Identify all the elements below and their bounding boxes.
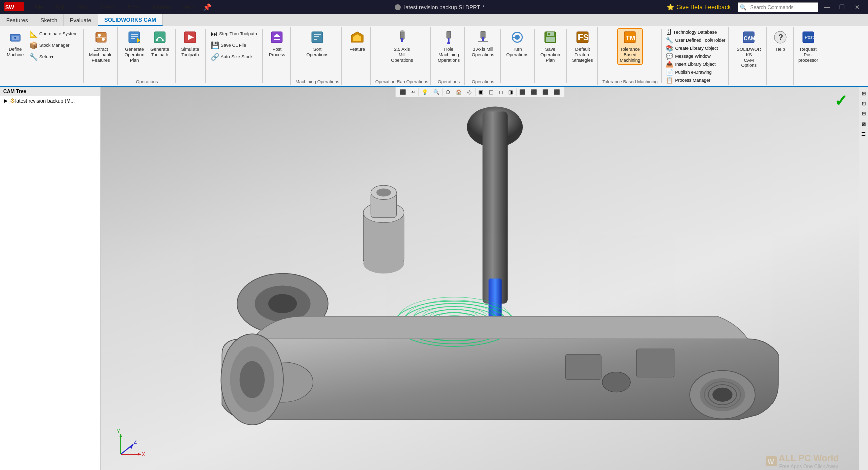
process-manager-button[interactable]: 📋 Process Manager bbox=[665, 76, 726, 84]
solidworks-cam-options-button[interactable]: CAM SOLIDWORKSCAM Options bbox=[733, 28, 764, 70]
sep1 bbox=[83, 29, 84, 83]
auto-size-stock-button[interactable]: 🔗 Auto-Size Stock bbox=[209, 51, 259, 62]
insert-lib-label: Insert Library Object bbox=[675, 62, 716, 67]
generate-toolpath-button[interactable]: GenerateToolpath bbox=[148, 28, 172, 60]
25axis-label: 2.5 AxisMillOperations bbox=[391, 47, 413, 63]
close-button[interactable]: ✕ bbox=[851, 3, 864, 12]
tech-db-icon: 🗄 bbox=[666, 29, 672, 36]
tab-solidworks-cam[interactable]: SOLIDWORKS CAM bbox=[98, 14, 163, 26]
search-input[interactable] bbox=[748, 5, 804, 10]
view-btn-shading1[interactable]: ⬛ bbox=[517, 88, 528, 96]
view-btn-display2[interactable]: ◫ bbox=[486, 88, 496, 96]
menu-insert[interactable]: Insert bbox=[97, 3, 119, 11]
simulate-toolpath-button[interactable]: SimulateToolpath bbox=[179, 28, 202, 60]
view-btn-display1[interactable]: ▣ bbox=[476, 88, 486, 96]
right-bore1 bbox=[602, 372, 630, 392]
save-cl-icon: 💾 bbox=[211, 41, 219, 49]
default-feature-strategies-button[interactable]: FS DefaultFeatureStrategies bbox=[570, 28, 596, 65]
help-button[interactable]: ? Help bbox=[769, 28, 791, 54]
menu-edit[interactable]: Edit bbox=[51, 3, 69, 11]
view-btn-display4[interactable]: ◨ bbox=[506, 88, 515, 96]
svg-marker-77 bbox=[130, 444, 133, 449]
view-btn-zoom[interactable]: 🔍 bbox=[431, 88, 442, 96]
view-btn-shading3[interactable]: ⬛ bbox=[540, 88, 551, 96]
tab-sketch[interactable]: Sketch bbox=[34, 14, 64, 26]
svg-point-5 bbox=[14, 37, 16, 39]
generate-operation-plan-button[interactable]: GenerateOperationPlan bbox=[122, 28, 147, 65]
ribbon-group-cam-options: CAM SOLIDWORKSCAM Options bbox=[731, 27, 767, 85]
2-5-axis-mill-button[interactable]: 2.5 AxisMillOperations bbox=[389, 28, 416, 65]
sidebar-right-btn1[interactable]: ⊞ bbox=[860, 89, 868, 97]
3d-part-visualization bbox=[101, 87, 859, 470]
turn-operations-button[interactable]: TurnOperations bbox=[504, 28, 531, 60]
save-operation-plan-button[interactable]: SaveOperationPlan bbox=[538, 28, 563, 65]
view-btn-rotate[interactable]: ↩ bbox=[409, 88, 418, 96]
tech-db-section: 🗄 Technology Database 🔧 User Defined Too… bbox=[663, 27, 729, 85]
view-btn-orient[interactable]: ◎ bbox=[465, 88, 474, 96]
feature-button[interactable]: Feature bbox=[346, 28, 368, 54]
solidworks-logo: SW bbox=[4, 2, 24, 13]
3-axis-mill-button[interactable]: 3 Axis MillOperations bbox=[469, 28, 497, 60]
green-checkmark[interactable]: ✓ bbox=[834, 91, 848, 110]
maximize-button[interactable]: ❐ bbox=[836, 3, 848, 12]
menu-help[interactable]: Help bbox=[179, 3, 199, 11]
view-btn-shading2[interactable]: ⬛ bbox=[528, 88, 539, 96]
menu-file[interactable]: File bbox=[30, 3, 47, 11]
sep4 bbox=[205, 29, 206, 83]
minimize-button[interactable]: — bbox=[821, 3, 833, 12]
post-process-button[interactable]: PostProcess bbox=[266, 28, 288, 60]
pin-icon[interactable]: 📌 bbox=[203, 3, 211, 11]
machine-buttons: DefineMachine 📐 Coordinate System 📦 Stoc… bbox=[4, 28, 80, 84]
create-library-button[interactable]: 📚 Create Library Object bbox=[665, 44, 726, 52]
insert-library-button[interactable]: 📥 Insert Library Object bbox=[665, 60, 726, 68]
view-btn-shading4[interactable]: ⬛ bbox=[551, 88, 562, 96]
view-btn-perspective[interactable]: ⬛ bbox=[397, 88, 408, 96]
menu-window[interactable]: Window bbox=[148, 3, 175, 11]
menu-view[interactable]: View bbox=[73, 3, 93, 11]
publish-drawing-button[interactable]: 📄 Publish e-Drawing bbox=[665, 68, 726, 76]
view-btn-section[interactable]: ⬡ bbox=[443, 88, 453, 96]
sidebar-right-btn3[interactable]: ⊟ bbox=[860, 109, 868, 118]
beta-feedback[interactable]: ⭐ Give Beta Feedback bbox=[667, 4, 731, 11]
tree-item-icon: ⚙ bbox=[10, 97, 15, 104]
view-btn-light[interactable]: 💡 bbox=[419, 88, 430, 96]
svg-rect-36 bbox=[481, 31, 485, 38]
tab-evaluate[interactable]: Evaluate bbox=[64, 14, 98, 26]
extract-machinable-features-button[interactable]: ExtractMachinableFeatures bbox=[87, 28, 115, 65]
sidebar-right-btn4[interactable]: ⊠ bbox=[860, 120, 868, 128]
view-btn-display3[interactable]: ◻ bbox=[496, 88, 505, 96]
tab-features[interactable]: Features bbox=[0, 14, 34, 26]
sidebar-right-btn5[interactable]: ☰ bbox=[860, 130, 868, 138]
message-window-button[interactable]: 💬 Message Window bbox=[665, 52, 726, 60]
sidebar-right-btn2[interactable]: ⊡ bbox=[860, 99, 868, 107]
request-post-processor-button[interactable]: Post RequestPostprocessor bbox=[796, 28, 821, 65]
center-hub-bottom bbox=[363, 253, 404, 273]
sep11 bbox=[500, 29, 501, 83]
cam-options-icon: CAM bbox=[742, 30, 756, 46]
menu-tools[interactable]: Tools bbox=[123, 3, 144, 11]
left-panel: CAM Tree ▶ ⚙ latest revision backup (M..… bbox=[0, 87, 101, 470]
msg-window-label: Message Window bbox=[675, 54, 711, 59]
tolerance-based-machining-button[interactable]: TM ToleranceBasedMachining bbox=[617, 28, 643, 65]
save-cl-file-button[interactable]: 💾 Save CL File bbox=[209, 40, 259, 51]
stock-manager-button[interactable]: 📦 Stock Manager bbox=[27, 40, 80, 51]
search-area[interactable]: 🔍 bbox=[738, 2, 818, 12]
ribbon-group-operations: GenerateOperationPlan GenerateToolpath O… bbox=[120, 27, 174, 85]
turn-ops-icon bbox=[510, 30, 524, 46]
cam-options-label: SOLIDWORKSCAM Options bbox=[736, 47, 762, 68]
user-defined-tool-button[interactable]: 🔧 User Defined Tool/Holder bbox=[665, 36, 726, 44]
svg-text:X: X bbox=[142, 452, 145, 457]
sort-operations-button[interactable]: SortOperations bbox=[304, 28, 331, 60]
step-thru-toolpath-button[interactable]: ⏭ Step Thru Toolpath bbox=[209, 28, 259, 39]
view-btn-home[interactable]: 🏠 bbox=[453, 88, 464, 96]
tool-shank bbox=[483, 111, 508, 303]
viewport[interactable]: ⬛ ↩ 💡 🔍 ⬡ 🏠 ◎ ▣ ◫ ◻ ◨ ⬛ ⬛ ⬛ ⬛ bbox=[101, 87, 859, 470]
coordinate-system-button[interactable]: 📐 Coordinate System bbox=[27, 28, 80, 39]
technology-database-button[interactable]: 🗄 Technology Database bbox=[665, 28, 726, 36]
setup-button[interactable]: 🔧 Setup▾ bbox=[27, 51, 80, 62]
tree-item-root[interactable]: ▶ ⚙ latest revision backup (M... bbox=[0, 96, 100, 105]
hole-machining-button[interactable]: HoleMachiningOperations bbox=[435, 28, 462, 65]
publish-label: Publish e-Drawing bbox=[675, 70, 712, 75]
watermark: W ALL PC World Free Apps One Click Away bbox=[766, 453, 839, 469]
define-machine-button[interactable]: DefineMachine bbox=[4, 28, 26, 60]
